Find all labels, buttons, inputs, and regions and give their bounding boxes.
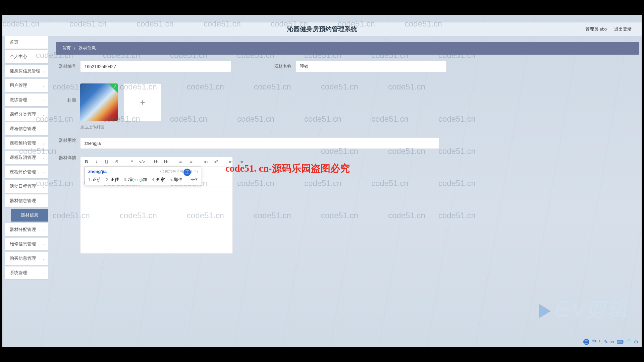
superscript-button[interactable]: x² [213,159,219,164]
chevron-down-icon: ⌵ [43,69,45,73]
h1-button[interactable]: H₁ [154,159,159,164]
sidebar-item-equipment-assign[interactable]: 器材分配管理⌵ [5,223,48,236]
chevron-down-icon: ⌵ [43,185,45,188]
app-header: 沁园健身房预约管理系统 管理员 abo 退出登录 [2,22,642,36]
sidebar-item-equipment-manage[interactable]: 器材信息管理 [5,194,48,207]
ime-punct-icon[interactable]: °, [599,339,602,345]
ime-candidate-2[interactable]: 2.正佳 [106,177,119,183]
sidebar-item-maintenance[interactable]: 维修信息管理⌵ [5,238,48,250]
subscript-button[interactable]: x₂ [203,159,209,164]
chevron-down-icon: ⌵ [43,98,45,102]
strike-button[interactable]: S [114,159,119,164]
ime-candidate-4[interactable]: 4.郑家 [152,177,165,183]
app-title: 沁园健身房预约管理系统 [2,25,642,34]
upload-add-button[interactable]: + [124,83,161,121]
label-detail: 器材详情 [56,155,76,161]
editor-content[interactable] [80,186,232,253]
ime-composition: zheng'jia [88,169,107,174]
label-usage: 器材用途 [56,137,76,143]
ol-button[interactable]: ≡∙ [178,159,184,164]
underline-button[interactable]: U [104,159,109,164]
input-equip-name[interactable] [296,61,446,72]
breadcrumb-current: 器材信息 [78,46,96,51]
ul-button[interactable]: ≡ [189,159,194,164]
ime-page-nav[interactable]: ◂▸▾ [191,177,198,183]
play-icon [539,304,551,318]
sidebar-item-course-info[interactable]: 课程信息管理⌵ [5,122,48,135]
sidebar-item-user-manage[interactable]: 用户管理⌵ [5,79,48,92]
input-usage[interactable] [80,137,439,149]
chevron-down-icon: ⌵ [43,228,45,232]
sidebar-item-course-category[interactable]: 课程分类管理⌵ [5,108,48,121]
upload-hint: 点击上传封面 [80,124,639,130]
h2-button[interactable]: H₂ [164,159,169,164]
ime-scissors-icon[interactable]: ✂ [610,339,614,345]
sidebar-item-purchase[interactable]: 购买信息管理⌵ [5,252,48,265]
cover-thumbnail[interactable] [80,83,118,121]
ime-candidate-3[interactable]: 3.增(zeng)加 [124,177,147,183]
chevron-down-icon: ⌵ [43,113,45,116]
chevron-down-icon: ⌵ [43,156,45,160]
watermark-warning-text: code51. cn-源码乐园盗图必究 [225,162,350,175]
sidebar-item-system[interactable]: 系统管理⌵ [5,266,48,279]
chevron-down-icon: ⌵ [43,271,45,275]
input-equip-no[interactable] [80,61,231,72]
ime-skin-icon[interactable]: 👕 [626,339,632,345]
sidebar-item-activity-schedule[interactable]: 活动日程管理⌵ [5,180,48,193]
label-equip-name: 器材名称 [271,63,291,69]
ime-candidate-5[interactable]: 5.郑佳 [170,177,183,183]
sidebar-item-personal[interactable]: 个人中心 [5,50,48,63]
label-equip-no: 器材编号 [56,63,76,69]
sidebar: 首页 个人中心 健身房信息管理⌵ 用户管理⌵ 教练管理⌵ 课程分类管理⌵ 课程信… [5,36,48,281]
bold-button[interactable]: B [84,159,89,164]
ime-edit-icon[interactable]: ✎ [604,339,608,345]
sidebar-item-course-cancel[interactable]: 课程取消管理⌵ [5,151,48,164]
ime-keyboard-icon[interactable]: ⌨ [617,339,624,345]
ime-logo-icon: 王 [183,169,191,176]
ime-candidate-popup[interactable]: zheng'jia 或号等号可翻页(- =) 1.正价 2.正佳 3.增(zen… [85,167,201,185]
chevron-down-icon: ⌵ [43,257,45,260]
plus-icon: + [140,97,145,108]
ime-tray-logo-icon[interactable]: 王 [583,339,589,345]
sidebar-home[interactable]: 首页 [5,36,48,49]
admin-label[interactable]: 管理员 abo [585,26,607,32]
chevron-down-icon: ⌵ [43,170,45,174]
check-icon [108,83,118,93]
chevron-down-icon: ⌵ [43,84,45,87]
ime-hint: 或号等号可翻页(- =) [160,169,198,174]
sidebar-item-gym-info[interactable]: 健身房信息管理⌵ [5,65,48,77]
italic-button[interactable]: I [94,159,99,164]
ime-candidate-1[interactable]: 1.正价 [88,177,101,183]
label-cover: 封面 [56,97,76,103]
ime-lang-icon[interactable]: 中 [592,339,596,345]
ime-settings-icon[interactable]: ⚙ [634,339,638,345]
chevron-down-icon: ⌵ [43,242,45,246]
sidebar-item-course-booking[interactable]: 课程预约管理⌵ [5,137,48,149]
logout-link[interactable]: 退出登录 [614,26,632,32]
chevron-down-icon: ⌵ [43,127,45,131]
breadcrumb-home[interactable]: 首页 [62,46,71,51]
quote-button[interactable]: ❝ [129,159,134,164]
sidebar-item-coach-manage[interactable]: 教练管理⌵ [5,94,48,106]
breadcrumb: 首页 / 器材信息 [56,42,639,55]
code-button[interactable]: </> [139,159,144,164]
sidebar-item-equipment-info[interactable]: 器材信息 [11,209,48,222]
sidebar-item-course-review[interactable]: 课程评价管理⌵ [5,166,48,178]
ime-tray[interactable]: 王 中 °, ✎ ✂ ⌨ 👕 ⚙ [583,339,639,345]
chevron-down-icon: ⌵ [43,141,45,145]
editor-app-logo: ᗴ⋁剪辑 [539,295,628,323]
